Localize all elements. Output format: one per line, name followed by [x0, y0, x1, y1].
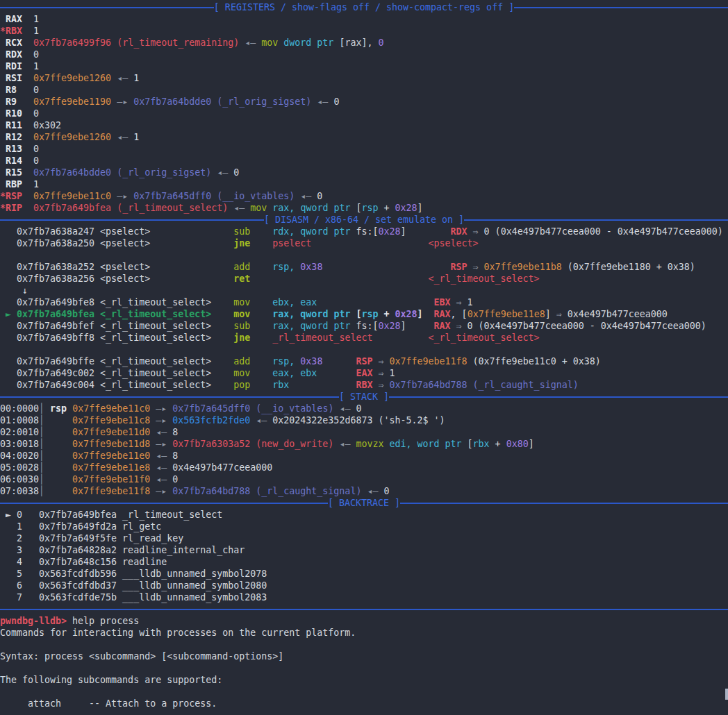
- text-segment: [250, 274, 428, 284]
- text-segment: 0x7fb7a649c002 <_rl_timeout_select>: [0, 368, 211, 378]
- registers-line: *RIP 0x7fb7a649bfea (_rl_timeout_select)…: [0, 202, 728, 214]
- divider-line: [464, 214, 728, 221]
- text-segment: 0x4e497b477ceea000: [568, 309, 668, 319]
- text-segment: rax,: [272, 203, 295, 213]
- text-segment: qword ptr: [300, 321, 350, 331]
- text-segment: [: [350, 309, 361, 319]
- registers-line: RBP 1: [0, 178, 728, 190]
- registers-line: RAX 1: [0, 13, 728, 25]
- text-segment: 0: [33, 155, 39, 166]
- text-segment: ]: [545, 309, 551, 319]
- section-title-backtrace: [ BACKTRACE ]: [328, 497, 400, 509]
- text-segment: ◂—: [150, 427, 172, 437]
- text-segment: ◂—: [150, 474, 172, 485]
- text-segment: 00:0000: [0, 403, 39, 414]
- text-segment: jne: [233, 238, 250, 249]
- text-segment: 0x2024322e352d6873 ('sh-5.2$ '): [272, 415, 445, 426]
- text-segment: 8: [172, 427, 178, 437]
- text-segment: 0: [33, 85, 39, 95]
- text-segment: │: [39, 427, 44, 437]
- text-segment: 0: [233, 167, 239, 178]
- command-prompt-line[interactable]: pwndbg-lldb> help process: [0, 615, 728, 627]
- text-segment: ◂—: [311, 96, 333, 107]
- text-segment: 0x7fb7a649bfef <_rl_timeout_select>: [0, 321, 211, 331]
- text-segment: 06:0030: [0, 474, 39, 485]
- text-segment: 1: [390, 368, 395, 378]
- text-segment: 3 0x7fb7a64828a2 readline_internal_char: [0, 545, 245, 555]
- text-segment: ► 0 0x7fb7a649bfea _rl_timeout_select: [0, 510, 222, 520]
- text-segment: RBP: [0, 179, 33, 190]
- text-segment: ◂—: [150, 462, 172, 473]
- text-segment: 0: [33, 144, 39, 154]
- registers-line: RDX 0: [0, 49, 728, 60]
- console-line: The following subcommands are supported:: [0, 674, 728, 686]
- text-segment: jne: [233, 333, 250, 343]
- text-segment: 0x38: [300, 262, 322, 272]
- text-segment: RSP: [356, 356, 372, 367]
- text-segment: 0: [33, 49, 39, 60]
- text-segment: RCX: [0, 37, 33, 48]
- text-segment: *RSP: [0, 191, 33, 201]
- text-segment: [250, 380, 272, 390]
- text-segment: ◂—: [228, 203, 250, 213]
- text-segment: *RBX: [0, 26, 33, 36]
- text-segment: 4 0x7fb7a648c156 readline: [0, 557, 167, 567]
- text-segment: 0x7ffe9ebe11f8: [390, 356, 468, 367]
- text-segment: mov: [261, 37, 278, 48]
- scrollbar-thumb[interactable]: [725, 689, 728, 700]
- text-segment: rbx: [473, 439, 490, 449]
- text-segment: [250, 368, 272, 378]
- text-segment: 03:0018: [0, 439, 39, 449]
- text-segment: 0x7fb7a645dff0 (__io_vtables): [172, 403, 333, 414]
- stack-line: 00:0000│ rsp 0x7ffe9ebe11c0 —▸ 0x7fb7a64…: [0, 403, 728, 414]
- text-segment: 0x7ffe9ebe11c8: [72, 415, 150, 426]
- text-segment: sub: [233, 321, 250, 331]
- text-segment: 8: [172, 451, 178, 461]
- stack-line: 07:0038│ 0x7ffe9ebe11f8 —▸ 0x7fb7a64bd78…: [0, 485, 728, 497]
- text-segment: 0x7fb7a64bdde0 (_rl_orig_sigset): [133, 96, 311, 107]
- terminal-output: [ REGISTERS / show-flags off / show-comp…: [0, 1, 728, 709]
- text-segment: 5 0x563fcdfdb596 ___lldb_unnamed_symbol2…: [0, 569, 267, 579]
- text-segment: [372, 333, 428, 343]
- text-segment: —▸: [150, 486, 172, 496]
- text-segment: [44, 427, 72, 437]
- text-segment: rax,: [272, 321, 295, 331]
- text-segment: R12: [0, 132, 33, 142]
- text-segment: R15: [0, 167, 33, 178]
- console-line: [0, 686, 728, 698]
- text-segment: 0x80: [506, 439, 529, 449]
- disasm-line: 0x7fb7a649c002 <_rl_timeout_select> mov …: [0, 367, 728, 379]
- text-segment: R10: [0, 108, 33, 119]
- text-segment: [250, 333, 272, 343]
- text-segment: RAX: [434, 321, 451, 331]
- text-segment: ]: [400, 321, 406, 331]
- disasm-line: 0x7fb7a638a256 <pselect> ret <_rl_timeou…: [0, 273, 728, 285]
- text-segment: │: [39, 474, 44, 485]
- text-segment: qword ptr: [300, 203, 350, 213]
- text-segment: 0x7fb7a649c004 <_rl_timeout_select>: [0, 380, 211, 390]
- text-segment: rsp,: [272, 356, 295, 367]
- text-segment: *RIP: [0, 203, 33, 213]
- text-segment: 7 0x563fcdfde75b ___lldb_unnamed_symbol2…: [0, 592, 267, 603]
- text-segment: 0x28: [395, 203, 417, 213]
- text-segment: [423, 309, 434, 319]
- divider-line: [0, 1, 214, 8]
- text-segment: 07:0038: [0, 486, 39, 496]
- console-line: [0, 662, 728, 674]
- text-segment: [211, 297, 233, 308]
- text-segment: 0x7ffe9ebe11f8: [72, 486, 150, 496]
- text-segment: 1: [468, 297, 473, 308]
- disasm-line: 0x7fb7a638a250 <pselect> jne pselect <ps…: [0, 237, 728, 249]
- text-segment: <_rl_timeout_select>: [428, 274, 539, 284]
- registers-line: RCX 0x7fb7a6499f96 (rl_timeout_remaining…: [0, 37, 728, 49]
- text-segment: 04:0020: [0, 451, 39, 461]
- text-segment: word ptr: [417, 439, 462, 449]
- text-segment: 0 (0x4e497b477ceea000 - 0x4e497b477ceea0…: [484, 226, 723, 237]
- text-segment: ◂—: [333, 439, 356, 449]
- text-segment: [: [350, 203, 361, 213]
- text-segment: 0x7fb7a64bd788 (_rl_caught_signal): [172, 486, 361, 496]
- text-segment: 1: [33, 14, 39, 24]
- text-segment: 0x7fb7a638a256 <pselect>: [0, 274, 150, 284]
- text-segment: │: [39, 403, 44, 414]
- text-segment: rsp: [361, 309, 378, 319]
